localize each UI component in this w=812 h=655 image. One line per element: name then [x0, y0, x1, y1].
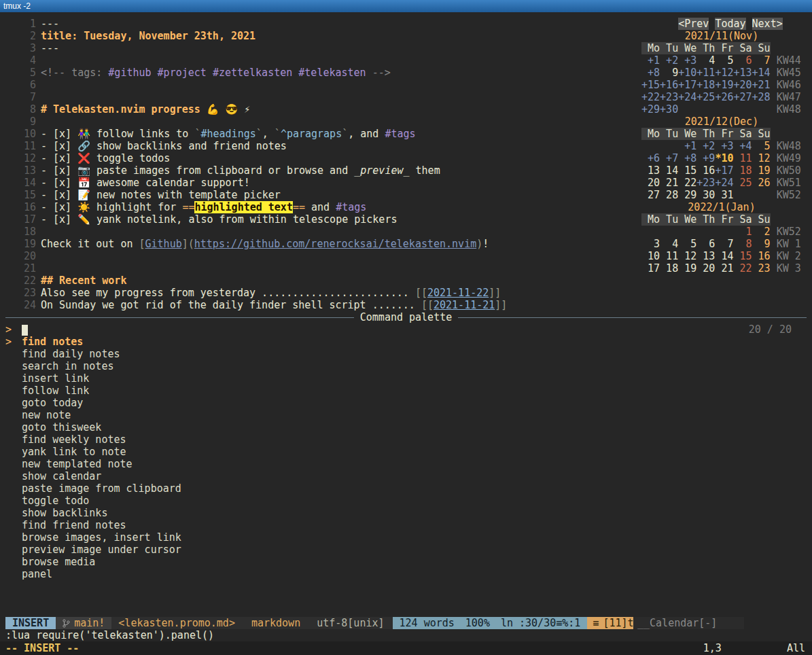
calendar-day[interactable]: 13 [696, 250, 715, 262]
palette-selected-item[interactable]: >find notes [5, 336, 812, 348]
calendar-prev-button[interactable]: <Prev [678, 18, 709, 30]
calendar-day[interactable]: +1 [641, 54, 660, 67]
calendar-day[interactable]: +28 [752, 91, 771, 103]
calendar-day[interactable]: +18 [696, 79, 715, 91]
palette-item[interactable]: browse images, insert link [5, 531, 812, 544]
calendar-day[interactable]: +29 [641, 103, 660, 116]
calendar-day[interactable]: +22 [641, 91, 660, 103]
editor-line[interactable]: 22## Recent work [5, 275, 641, 287]
editor-line[interactable]: 8# Telekasten.nvim progress 💪 😎 ⚡ [5, 103, 641, 116]
calendar-day[interactable]: 26 [752, 177, 771, 189]
calendar-day[interactable]: 21 [715, 262, 733, 275]
palette-item[interactable]: toggle todo [5, 495, 812, 507]
calendar-day[interactable]: 5 [678, 238, 696, 250]
calendar-day[interactable]: +8 [678, 152, 696, 164]
calendar-day[interactable]: 23 [752, 262, 771, 275]
calendar-day[interactable]: 20 [641, 177, 660, 189]
palette-item[interactable]: new note [5, 409, 812, 421]
palette-item[interactable]: show backlinks [5, 507, 812, 519]
calendar-day[interactable]: +3 [678, 54, 696, 67]
calendar-day[interactable]: 14 [715, 250, 733, 262]
calendar-day[interactable]: 31 [715, 189, 733, 201]
palette-item[interactable]: search in notes [5, 360, 812, 372]
calendar-day[interactable]: +9 [696, 152, 715, 164]
calendar-day[interactable]: +10 [678, 67, 696, 79]
editor-line[interactable]: 23Also see my progress from yesterday ..… [5, 287, 641, 299]
command-line[interactable]: :lua require('telekasten').panel() [5, 629, 812, 641]
calendar-day[interactable]: +21 [752, 79, 771, 91]
calendar-day[interactable]: +2 [696, 140, 715, 152]
calendar-day[interactable]: 17 [641, 262, 660, 275]
palette-item[interactable]: goto thisweek [5, 421, 812, 433]
calendar-day[interactable]: 15 [733, 250, 752, 262]
palette-item[interactable]: preview image under cursor [5, 544, 812, 556]
calendar-today-button[interactable]: Today [715, 18, 745, 30]
calendar-day[interactable]: +1 [678, 140, 696, 152]
calendar-day[interactable]: +26 [715, 91, 733, 103]
calendar-day[interactable]: 29 [678, 189, 696, 201]
palette-item[interactable]: browse media [5, 556, 812, 568]
palette-item[interactable]: new templated note [5, 458, 812, 470]
editor-pane[interactable]: 1---2title: Tuesday, November 23th, 2021… [5, 18, 641, 311]
calendar-day[interactable]: 6 [696, 238, 715, 250]
calendar-day[interactable]: +11 [696, 67, 715, 79]
editor-line[interactable]: 16- [x] ☀️ highlight for ==highlighted t… [5, 201, 641, 213]
calendar-day[interactable]: +17 [715, 164, 733, 177]
calendar-day[interactable]: +15 [641, 79, 660, 91]
window-titlebar[interactable]: tmux -2 [0, 0, 812, 12]
calendar-pane[interactable]: <Prev Today Next> 2021/11(Nov) Mo Tu We … [641, 18, 812, 311]
calendar-day[interactable]: 15 [678, 164, 696, 177]
calendar-day[interactable]: 18 [660, 262, 678, 275]
calendar-day[interactable]: 4 [696, 54, 715, 67]
calendar-day[interactable]: +13 [733, 67, 752, 79]
editor-line[interactable]: 21 [5, 262, 641, 275]
calendar-day[interactable]: 19 [678, 262, 696, 275]
palette-item[interactable]: insert link [5, 372, 812, 385]
calendar-day[interactable]: 22 [733, 262, 752, 275]
editor-line[interactable]: 10- [x] 👫 follow links to `#headings`, `… [5, 128, 641, 140]
calendar-day[interactable]: 11 [733, 152, 752, 164]
editor-line[interactable]: 1--- [5, 18, 641, 30]
calendar-day[interactable]: +27 [733, 91, 752, 103]
calendar-day[interactable]: 13 [641, 164, 660, 177]
editor-line[interactable]: 20 [5, 250, 641, 262]
calendar-day[interactable]: 10 [641, 250, 660, 262]
calendar-day[interactable]: +17 [678, 79, 696, 91]
calendar-day[interactable]: 8 [733, 238, 752, 250]
calendar-day[interactable]: 3 [641, 238, 660, 250]
calendar-day[interactable]: 12 [752, 152, 771, 164]
palette-item[interactable]: yank link to note [5, 446, 812, 458]
calendar-day[interactable]: 5 [752, 140, 771, 152]
calendar-next-button[interactable]: Next> [752, 18, 783, 30]
palette-item[interactable]: show calendar [5, 470, 812, 482]
editor-line[interactable]: 3--- [5, 42, 641, 54]
calendar-day[interactable]: 16 [696, 164, 715, 177]
editor-line[interactable]: 14- [x] 📅 awesome calendar support! [5, 177, 641, 189]
calendar-day[interactable]: 2 [752, 226, 771, 238]
calendar-day[interactable]: 27 [641, 189, 660, 201]
calendar-day[interactable]: 12 [678, 250, 696, 262]
palette-item[interactable]: follow link [5, 385, 812, 397]
calendar-day[interactable]: +4 [733, 140, 752, 152]
calendar-day[interactable]: 20 [696, 262, 715, 275]
calendar-day[interactable]: +12 [715, 67, 733, 79]
calendar-day[interactable]: 30 [696, 189, 715, 201]
palette-item[interactable]: find friend notes [5, 519, 812, 531]
calendar-day[interactable]: +3 [715, 140, 733, 152]
editor-line[interactable]: 15- [x] 📝 new notes with template picker [5, 189, 641, 201]
editor-line[interactable]: 2title: Tuesday, November 23th, 2021 [5, 30, 641, 42]
calendar-day[interactable]: +7 [660, 152, 678, 164]
editor-line[interactable]: 9 [5, 116, 641, 128]
calendar-day[interactable]: 9 [660, 67, 678, 79]
editor-line[interactable]: 18 [5, 226, 641, 238]
calendar-day[interactable]: 19 [752, 164, 771, 177]
calendar-day[interactable]: 7 [715, 238, 733, 250]
calendar-day[interactable]: 18 [733, 164, 752, 177]
calendar-day[interactable]: +20 [733, 79, 752, 91]
calendar-day[interactable]: 28 [660, 189, 678, 201]
editor-line[interactable]: 7 [5, 91, 641, 103]
editor-line[interactable]: 5<!-- tags: #github #project #zettelkast… [5, 67, 641, 79]
calendar-day[interactable]: *10 [715, 152, 733, 164]
calendar-day[interactable]: +6 [641, 152, 660, 164]
calendar-day[interactable]: +23 [696, 177, 715, 189]
